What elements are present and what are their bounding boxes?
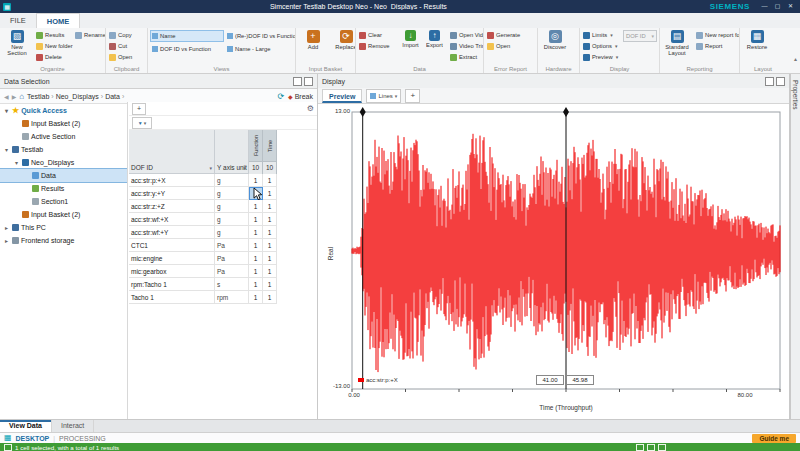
table-row[interactable]: acc:str:p:+Xg11 (129, 174, 317, 187)
table-row[interactable]: mic:gearboxPa11 (129, 265, 317, 278)
table-cell[interactable]: rpm:Tacho 1 (129, 278, 215, 291)
cursor-readout[interactable]: 41.00 (536, 375, 564, 385)
ribbon-button[interactable]: Open (486, 41, 532, 51)
column-header-function-class[interactable]: Function class 10 (249, 130, 263, 174)
ribbon-big-button[interactable]: +Add (298, 30, 328, 64)
table-cell[interactable]: Pa (215, 265, 249, 278)
tree-item[interactable]: Input Basket (2) (0, 208, 127, 221)
table-cell[interactable]: acc:str:wf:+Y (129, 226, 215, 239)
table-cell[interactable]: 1 (249, 213, 263, 226)
ribbon-button[interactable]: Clear (358, 30, 396, 40)
chevron-down-icon[interactable]: ▾ (209, 165, 212, 171)
table-cell[interactable]: 1 (263, 200, 277, 213)
chart-area[interactable]: 13.00 -13.00 Real 0.00 80.00 Time (Throu… (318, 104, 789, 419)
view-option[interactable]: (Re-)DOF ID vs Function (225, 30, 296, 42)
quick-access-item[interactable]: Active Section (0, 130, 127, 143)
expander-icon[interactable]: ▾ (13, 159, 20, 166)
tab-processing[interactable]: PROCESSING (59, 435, 106, 442)
column-header-dof-id[interactable]: DOF ID▾ (129, 130, 215, 174)
filter-funnel-button[interactable]: ▼▾ (132, 117, 152, 129)
table-cell[interactable]: 1 (263, 213, 277, 226)
view-option[interactable]: DOF ID vs Function (150, 43, 224, 55)
bottom-tab[interactable]: View Data (0, 420, 52, 432)
table-cell[interactable]: g (215, 200, 249, 213)
view-option[interactable]: Name - Large (225, 43, 296, 55)
breadcrumb-item[interactable]: Neo_Displays (56, 93, 106, 100)
table-cell[interactable]: 1 (249, 226, 263, 239)
table-cell[interactable]: rpm (215, 291, 249, 304)
table-cell[interactable]: 1 (263, 291, 277, 304)
table-cell[interactable]: 1 (249, 239, 263, 252)
table-cell[interactable]: acc:str:z:+Z (129, 200, 215, 213)
tab-desktop[interactable]: DESKTOP (16, 435, 50, 442)
tree-item[interactable]: Section1 (0, 195, 127, 208)
discover-button[interactable]: ◎ Discover (540, 30, 570, 64)
table-cell[interactable]: s (215, 278, 249, 291)
gear-icon[interactable]: ⚙ (307, 104, 314, 113)
layers-icon[interactable] (658, 444, 666, 451)
ribbon-button[interactable]: Options (582, 41, 620, 51)
table-cell[interactable]: 1 (263, 265, 277, 278)
ribbon-button[interactable]: Results (35, 30, 73, 40)
ribbon-button[interactable]: New report format (695, 30, 740, 40)
table-cell[interactable]: g (215, 174, 249, 187)
ribbon-button[interactable]: ↓Import (399, 30, 422, 48)
dock-icon[interactable] (765, 77, 774, 86)
break-button[interactable]: ◆ Break (288, 93, 313, 100)
ribbon-button[interactable]: Delete (35, 52, 73, 62)
table-cell[interactable]: Pa (215, 252, 249, 265)
expander-icon[interactable]: ▸ (3, 224, 10, 231)
refresh-icon[interactable]: ⟳ (277, 92, 284, 101)
column-header-time[interactable]: Time 10 (263, 130, 277, 174)
ribbon-button[interactable]: Limits (582, 30, 620, 40)
table-cell[interactable]: mic:engine (129, 252, 215, 265)
close-button[interactable]: ✕ (784, 0, 797, 13)
ribbon-button[interactable]: Copy (108, 30, 146, 40)
tab-preview[interactable]: Preview (322, 89, 362, 103)
guide-me-button[interactable]: Guide me (752, 434, 796, 443)
table-cell[interactable]: 1 (263, 239, 277, 252)
table-cell[interactable]: mic:gearbox (129, 265, 215, 278)
ribbon-button[interactable]: Report (695, 41, 740, 51)
table-cell[interactable]: acc:str:wf:+X (129, 213, 215, 226)
ribbon-collapse-icon[interactable]: ▴ (794, 55, 797, 62)
table-cell[interactable]: 1 (249, 174, 263, 187)
tree-item[interactable]: ▸ This PC (0, 221, 127, 234)
table-cell[interactable]: 1 (263, 252, 277, 265)
float-icon[interactable] (776, 77, 785, 86)
ribbon-button[interactable]: Extract (449, 52, 484, 62)
table-cell[interactable]: 1 (263, 187, 277, 200)
ribbon-button[interactable]: New folder (35, 41, 73, 51)
ribbon-button[interactable]: ↑Export (423, 30, 446, 48)
table-cell[interactable]: 1 (249, 278, 263, 291)
table-cell[interactable]: 1 (263, 226, 277, 239)
ribbon-big-button[interactable]: ⟳Replace (331, 30, 356, 64)
table-cell[interactable]: Tacho 1 (129, 291, 215, 304)
ribbon-button[interactable]: Generate (486, 30, 532, 40)
column-header-y-axis-unit[interactable]: Y axis unit▾ (215, 130, 249, 174)
ribbon-button[interactable]: Preview (582, 52, 620, 62)
quick-access-item[interactable]: Input Basket (2) (0, 117, 127, 130)
table-row[interactable]: acc:str:wf:+Yg11 (129, 226, 317, 239)
home-icon[interactable]: ⌂ (19, 92, 24, 101)
table-cell[interactable]: g (215, 226, 249, 239)
tree-item[interactable]: ▾ Neo_Displays (0, 156, 127, 169)
forward-icon[interactable]: ▶ (12, 93, 17, 100)
table-cell[interactable]: acc:str:p:+X (129, 174, 215, 187)
table-row[interactable]: acc:str:z:+Zg11 (129, 200, 317, 213)
curve-style-dropdown[interactable]: Lines (366, 89, 401, 103)
float-icon[interactable] (304, 77, 313, 86)
table-cell[interactable]: 1 (249, 252, 263, 265)
add-column-button[interactable]: + (132, 103, 146, 115)
new-section-button[interactable]: ▧ New Section (2, 30, 32, 64)
expander-icon[interactable]: ▾ (3, 146, 10, 153)
folder-icon-status[interactable] (647, 444, 655, 451)
breadcrumb-item[interactable]: Testlab (27, 93, 56, 100)
expander-icon[interactable]: ▸ (3, 237, 10, 244)
ribbon-button[interactable]: Open (108, 52, 146, 62)
ribbon-tab[interactable]: HOME (36, 13, 81, 28)
tree-item[interactable]: Results (0, 182, 127, 195)
table-row[interactable]: CTC1Pa11 (129, 239, 317, 252)
view-option[interactable]: Name (150, 30, 224, 42)
table-row[interactable]: acc:str:y:+Yg11 (129, 187, 317, 200)
